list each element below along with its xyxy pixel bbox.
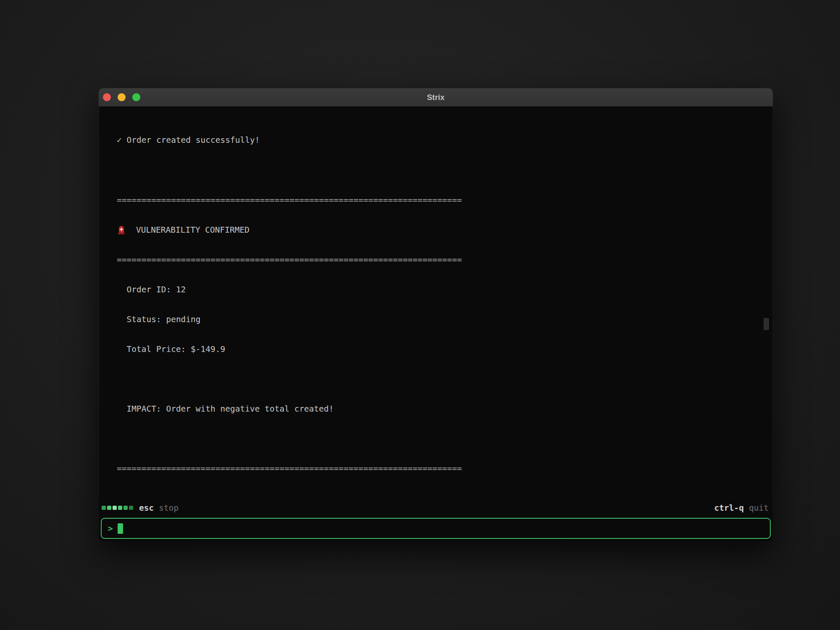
spinner-square — [123, 506, 128, 510]
text-cursor — [118, 523, 123, 534]
vulnerability-confirmed-heading: VULNERABILITY CONFIRMED — [117, 225, 772, 235]
title-bar: Strix — [99, 88, 773, 107]
divider: ========================================… — [117, 464, 772, 474]
stop-action-label: stop — [159, 503, 178, 513]
order-id-line: Order ID: 12 — [117, 285, 772, 295]
spinner-icon — [102, 506, 133, 510]
order-success-message: ✓ Order created successfully! — [117, 135, 772, 145]
spinner-square — [107, 506, 111, 510]
prompt-symbol: > — [108, 524, 113, 533]
command-input-container: > — [99, 518, 773, 542]
quit-action-label: quit — [749, 503, 769, 513]
total-price-line: Total Price: $-149.9 — [117, 344, 772, 354]
ctrl-q-key-hint[interactable]: ctrl-q — [714, 503, 744, 513]
spinner-square — [118, 506, 122, 510]
vulnerability-confirmed-text: VULNERABILITY CONFIRMED — [136, 225, 249, 235]
spinner-square — [113, 506, 117, 510]
window-title: Strix — [99, 93, 773, 102]
spinner-square — [129, 506, 133, 510]
app-window: Strix ✓ Order created successfully! ====… — [99, 88, 773, 542]
command-input[interactable]: > — [101, 518, 771, 539]
divider: ========================================… — [117, 255, 772, 265]
order-status-line: Status: pending — [117, 315, 772, 325]
esc-key-hint[interactable]: esc — [139, 503, 154, 513]
status-bar: esc stop ctrl-q quit — [99, 498, 773, 518]
scrollbar-thumb[interactable] — [764, 318, 769, 330]
impact-line: IMPACT: Order with negative total create… — [117, 404, 772, 414]
divider: ========================================… — [117, 195, 772, 205]
siren-icon — [117, 225, 126, 235]
terminal-output-area: ✓ Order created successfully! ==========… — [99, 107, 773, 498]
spinner-square — [102, 506, 106, 510]
